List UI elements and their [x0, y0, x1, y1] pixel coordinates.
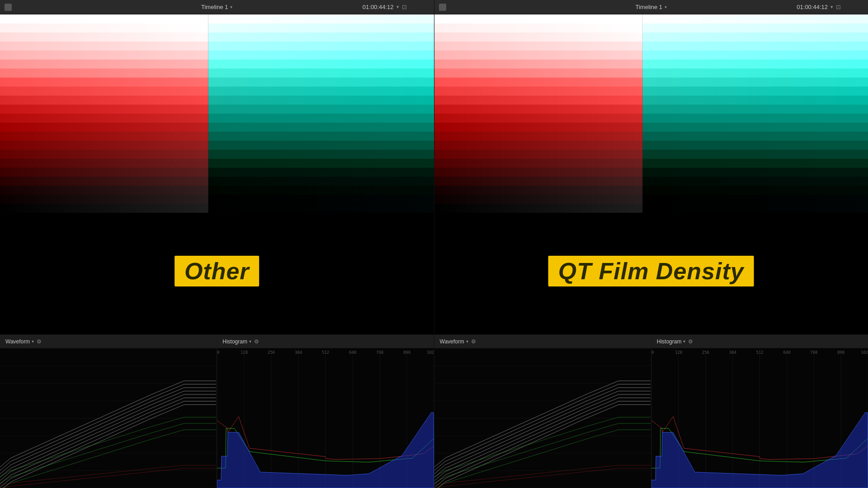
right-histogram-panel: Histogram ▾ ⚙ [651, 335, 868, 488]
left-scopes: Waveform ▾ ⚙ Histogram ▾ ⚙ [0, 334, 434, 488]
right-waveform-canvas [434, 348, 651, 488]
right-waveform-panel: Waveform ▾ ⚙ [434, 335, 651, 488]
right-timeline-title[interactable]: Timeline 1 ▾ [636, 4, 667, 10]
right-label: QT Film Density [548, 256, 754, 286]
right-histogram-display [651, 348, 868, 488]
right-scopes: Waveform ▾ ⚙ Histogram ▾ ⚙ [434, 334, 868, 488]
right-panel: Timeline 1 ▾ 01:00:44:12 ▾ ⊡ QT Film Den… [434, 0, 868, 488]
right-timecode-value: 01:00:44:12 [797, 4, 828, 10]
waveform-chevron[interactable]: ▾ [32, 339, 34, 344]
right-waveform-header: Waveform ▾ ⚙ [434, 335, 651, 348]
histogram-right-chevron[interactable]: ▾ [683, 339, 685, 344]
left-waveform-settings-icon[interactable]: ⚙ [37, 338, 42, 345]
right-timecode-icon[interactable]: ▾ [830, 4, 833, 10]
left-label-text: Other [184, 258, 250, 284]
left-panel-icon [5, 4, 12, 11]
main-panels: Timeline 1 ▾ 01:00:44:12 ▾ ⊡ Other Wavef [0, 0, 868, 488]
left-timeline-title[interactable]: Timeline 1 ▾ [201, 4, 232, 10]
left-panel: Timeline 1 ▾ 01:00:44:12 ▾ ⊡ Other Wavef [0, 0, 434, 488]
right-topbar: Timeline 1 ▾ 01:00:44:12 ▾ ⊡ [434, 0, 868, 14]
right-timeline-name: Timeline 1 [636, 4, 662, 10]
left-preview: Other [0, 14, 434, 334]
right-display-icon[interactable]: ⊡ [836, 4, 841, 10]
right-timeline-chevron: ▾ [665, 5, 667, 9]
histogram-left-chevron[interactable]: ▾ [249, 339, 251, 344]
right-topbar-left [439, 4, 446, 11]
left-histogram-settings-icon[interactable]: ⚙ [254, 338, 259, 345]
left-waveform-canvas [0, 348, 217, 488]
right-histogram-settings-icon[interactable]: ⚙ [688, 338, 693, 345]
right-label-text: QT Film Density [558, 258, 744, 284]
right-panel-icon [439, 4, 446, 11]
left-histogram-canvas-area [217, 348, 434, 488]
left-waveform-display [0, 348, 217, 488]
left-display-icon[interactable]: ⊡ [402, 4, 407, 10]
right-waveform-settings-icon[interactable]: ⚙ [471, 338, 476, 345]
waveform-right-chevron[interactable]: ▾ [466, 339, 468, 344]
left-histogram-title[interactable]: Histogram ▾ [222, 338, 251, 345]
right-waveform-title[interactable]: Waveform ▾ [440, 338, 468, 345]
right-preview: QT Film Density [434, 14, 868, 334]
left-waveform-panel: Waveform ▾ ⚙ [0, 335, 217, 488]
right-histogram-header: Histogram ▾ ⚙ [651, 335, 868, 348]
left-topbar-left [5, 4, 12, 11]
left-histogram-header: Histogram ▾ ⚙ [217, 335, 434, 348]
left-timeline-chevron: ▾ [230, 5, 232, 9]
left-label: Other [175, 256, 259, 286]
right-histogram-canvas-area [651, 348, 868, 488]
right-timecode: 01:00:44:12 ▾ ⊡ [797, 4, 841, 10]
left-waveform-header: Waveform ▾ ⚙ [0, 335, 217, 348]
left-topbar: Timeline 1 ▾ 01:00:44:12 ▾ ⊡ [0, 0, 434, 14]
left-waveform-title[interactable]: Waveform ▾ [5, 338, 34, 345]
left-timecode-value: 01:00:44:12 [363, 4, 394, 10]
right-waveform-display [434, 348, 651, 488]
left-timecode-icon[interactable]: ▾ [396, 4, 399, 10]
left-histogram-panel: Histogram ▾ ⚙ [217, 335, 434, 488]
left-timecode: 01:00:44:12 ▾ ⊡ [363, 4, 407, 10]
left-histogram-display [217, 348, 434, 488]
right-histogram-title[interactable]: Histogram ▾ [657, 338, 686, 345]
left-timeline-name: Timeline 1 [201, 4, 228, 10]
